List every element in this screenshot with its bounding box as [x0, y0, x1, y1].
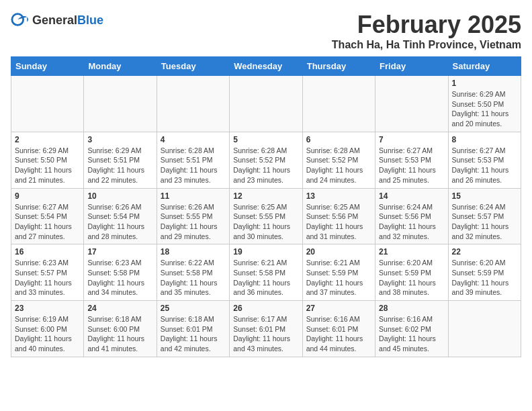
title-area: February 2025 Thach Ha, Ha Tinh Province…	[332, 11, 521, 51]
calendar-cell: 26Sunrise: 6:17 AM Sunset: 6:01 PM Dayli…	[230, 301, 302, 357]
day-number: 11	[161, 191, 226, 201]
day-number: 10	[87, 191, 152, 201]
day-info: Sunrise: 6:16 AM Sunset: 6:01 PM Dayligh…	[306, 314, 371, 354]
day-number: 14	[379, 191, 444, 201]
day-of-week-thursday: Thursday	[302, 57, 375, 76]
calendar-week-2: 9Sunrise: 6:27 AM Sunset: 5:54 PM Daylig…	[11, 188, 521, 244]
day-info: Sunrise: 6:23 AM Sunset: 5:58 PM Dayligh…	[87, 258, 152, 298]
day-info: Sunrise: 6:24 AM Sunset: 5:57 PM Dayligh…	[452, 202, 517, 242]
day-number: 5	[233, 135, 298, 144]
day-number: 26	[233, 304, 298, 313]
day-of-week-monday: Monday	[84, 57, 157, 76]
page-header: GeneralBlue February 2025 Thach Ha, Ha T…	[11, 11, 521, 51]
day-info: Sunrise: 6:18 AM Sunset: 6:00 PM Dayligh…	[87, 314, 152, 354]
calendar-cell: 20Sunrise: 6:21 AM Sunset: 5:59 PM Dayli…	[302, 244, 375, 301]
day-info: Sunrise: 6:29 AM Sunset: 5:51 PM Dayligh…	[87, 146, 152, 185]
day-number: 16	[15, 247, 80, 257]
calendar-cell: 18Sunrise: 6:22 AM Sunset: 5:58 PM Dayli…	[157, 244, 229, 301]
day-info: Sunrise: 6:24 AM Sunset: 5:56 PM Dayligh…	[379, 202, 444, 242]
calendar-cell: 9Sunrise: 6:27 AM Sunset: 5:54 PM Daylig…	[11, 188, 84, 244]
calendar-cell: 22Sunrise: 6:20 AM Sunset: 5:59 PM Dayli…	[448, 244, 521, 301]
calendar-cell: 12Sunrise: 6:25 AM Sunset: 5:55 PM Dayli…	[230, 188, 302, 244]
calendar-week-3: 16Sunrise: 6:23 AM Sunset: 5:57 PM Dayli…	[11, 244, 521, 301]
day-number: 25	[161, 304, 226, 313]
day-info: Sunrise: 6:23 AM Sunset: 5:57 PM Dayligh…	[15, 258, 80, 298]
day-number: 15	[452, 191, 517, 201]
day-number: 27	[306, 304, 371, 313]
calendar-cell: 24Sunrise: 6:18 AM Sunset: 6:00 PM Dayli…	[84, 301, 157, 357]
calendar-cell: 7Sunrise: 6:27 AM Sunset: 5:53 PM Daylig…	[375, 132, 448, 188]
day-number: 12	[233, 191, 298, 201]
day-number: 7	[379, 135, 444, 144]
calendar-cell: 17Sunrise: 6:23 AM Sunset: 5:58 PM Dayli…	[84, 244, 157, 301]
calendar-cell	[448, 301, 521, 357]
day-number: 6	[306, 135, 371, 144]
calendar-header-row: SundayMondayTuesdayWednesdayThursdayFrid…	[11, 57, 521, 76]
day-number: 4	[161, 135, 226, 144]
day-info: Sunrise: 6:26 AM Sunset: 5:54 PM Dayligh…	[87, 202, 152, 242]
logo: GeneralBlue	[11, 11, 103, 30]
day-number: 8	[452, 135, 517, 144]
calendar-cell	[11, 76, 84, 132]
calendar-cell	[157, 76, 229, 132]
day-of-week-friday: Friday	[375, 57, 448, 76]
day-number: 22	[452, 247, 517, 257]
day-of-week-wednesday: Wednesday	[230, 57, 302, 76]
calendar-table: SundayMondayTuesdayWednesdayThursdayFrid…	[11, 56, 521, 357]
calendar-cell: 21Sunrise: 6:20 AM Sunset: 5:59 PM Dayli…	[375, 244, 448, 301]
day-info: Sunrise: 6:25 AM Sunset: 5:55 PM Dayligh…	[233, 202, 298, 242]
day-info: Sunrise: 6:19 AM Sunset: 6:00 PM Dayligh…	[15, 314, 80, 354]
day-number: 3	[87, 135, 152, 144]
day-info: Sunrise: 6:22 AM Sunset: 5:58 PM Dayligh…	[161, 258, 226, 298]
calendar-cell	[302, 76, 375, 132]
logo-general-text: General	[32, 13, 77, 27]
day-info: Sunrise: 6:27 AM Sunset: 5:53 PM Dayligh…	[379, 146, 444, 185]
calendar-cell: 13Sunrise: 6:25 AM Sunset: 5:56 PM Dayli…	[302, 188, 375, 244]
calendar-week-1: 2Sunrise: 6:29 AM Sunset: 5:50 PM Daylig…	[11, 132, 521, 188]
calendar-cell: 27Sunrise: 6:16 AM Sunset: 6:01 PM Dayli…	[302, 301, 375, 357]
day-info: Sunrise: 6:25 AM Sunset: 5:56 PM Dayligh…	[306, 202, 371, 242]
logo-blue-text: Blue	[77, 13, 103, 27]
calendar-cell: 16Sunrise: 6:23 AM Sunset: 5:57 PM Dayli…	[11, 244, 84, 301]
calendar-cell	[84, 76, 157, 132]
calendar-cell: 28Sunrise: 6:16 AM Sunset: 6:02 PM Dayli…	[375, 301, 448, 357]
day-info: Sunrise: 6:20 AM Sunset: 5:59 PM Dayligh…	[452, 258, 517, 298]
main-title: February 2025	[332, 11, 521, 39]
calendar-cell: 8Sunrise: 6:27 AM Sunset: 5:53 PM Daylig…	[448, 132, 521, 188]
day-info: Sunrise: 6:21 AM Sunset: 5:59 PM Dayligh…	[306, 258, 371, 298]
day-number: 9	[15, 191, 80, 201]
day-of-week-tuesday: Tuesday	[157, 57, 229, 76]
calendar-week-0: 1Sunrise: 6:29 AM Sunset: 5:50 PM Daylig…	[11, 76, 521, 132]
day-number: 28	[379, 304, 444, 313]
day-of-week-sunday: Sunday	[11, 57, 84, 76]
calendar-cell: 1Sunrise: 6:29 AM Sunset: 5:50 PM Daylig…	[448, 76, 521, 132]
calendar-cell: 5Sunrise: 6:28 AM Sunset: 5:52 PM Daylig…	[230, 132, 302, 188]
day-info: Sunrise: 6:28 AM Sunset: 5:52 PM Dayligh…	[306, 146, 371, 185]
day-number: 18	[161, 247, 226, 257]
day-info: Sunrise: 6:29 AM Sunset: 5:50 PM Dayligh…	[452, 89, 517, 129]
day-number: 1	[452, 79, 517, 88]
calendar-cell: 4Sunrise: 6:28 AM Sunset: 5:51 PM Daylig…	[157, 132, 229, 188]
calendar-cell: 3Sunrise: 6:29 AM Sunset: 5:51 PM Daylig…	[84, 132, 157, 188]
logo-icon	[11, 11, 30, 30]
day-info: Sunrise: 6:27 AM Sunset: 5:54 PM Dayligh…	[15, 202, 80, 242]
calendar-cell: 25Sunrise: 6:18 AM Sunset: 6:01 PM Dayli…	[157, 301, 229, 357]
day-of-week-saturday: Saturday	[448, 57, 521, 76]
calendar-week-4: 23Sunrise: 6:19 AM Sunset: 6:00 PM Dayli…	[11, 301, 521, 357]
day-info: Sunrise: 6:27 AM Sunset: 5:53 PM Dayligh…	[452, 146, 517, 185]
calendar-cell: 6Sunrise: 6:28 AM Sunset: 5:52 PM Daylig…	[302, 132, 375, 188]
day-number: 17	[87, 247, 152, 257]
calendar-cell: 2Sunrise: 6:29 AM Sunset: 5:50 PM Daylig…	[11, 132, 84, 188]
day-info: Sunrise: 6:18 AM Sunset: 6:01 PM Dayligh…	[161, 314, 226, 354]
day-info: Sunrise: 6:17 AM Sunset: 6:01 PM Dayligh…	[233, 314, 298, 354]
day-info: Sunrise: 6:16 AM Sunset: 6:02 PM Dayligh…	[379, 314, 444, 354]
calendar-cell: 15Sunrise: 6:24 AM Sunset: 5:57 PM Dayli…	[448, 188, 521, 244]
calendar-cell: 19Sunrise: 6:21 AM Sunset: 5:58 PM Dayli…	[230, 244, 302, 301]
day-info: Sunrise: 6:28 AM Sunset: 5:51 PM Dayligh…	[161, 146, 226, 185]
day-number: 23	[15, 304, 80, 313]
day-info: Sunrise: 6:28 AM Sunset: 5:52 PM Dayligh…	[233, 146, 298, 185]
day-info: Sunrise: 6:21 AM Sunset: 5:58 PM Dayligh…	[233, 258, 298, 298]
calendar-cell	[375, 76, 448, 132]
day-info: Sunrise: 6:29 AM Sunset: 5:50 PM Dayligh…	[15, 146, 80, 185]
subtitle: Thach Ha, Ha Tinh Province, Vietnam	[332, 39, 521, 51]
